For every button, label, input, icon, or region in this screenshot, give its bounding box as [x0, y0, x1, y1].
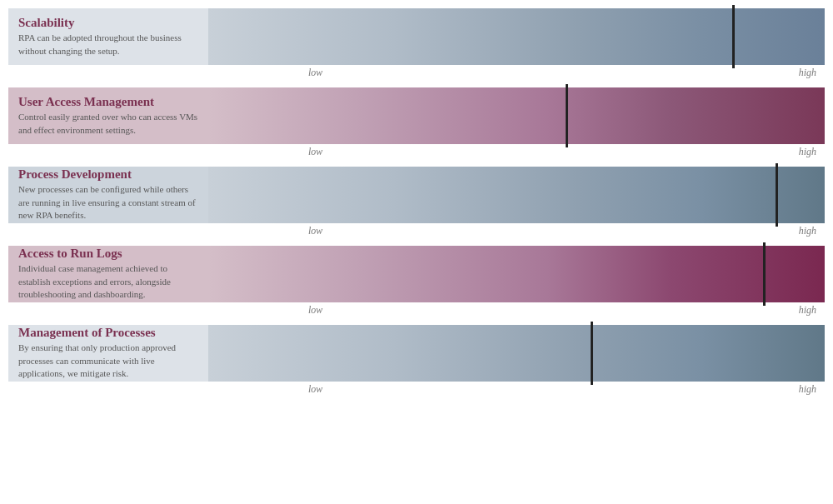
scale-labels-user-access: lowhigh — [8, 144, 825, 163]
bar-wrapper-run-logs: Access to Run LogsIndividual case manage… — [8, 246, 825, 302]
high-label-run-logs: high — [799, 304, 816, 317]
label-section-mgmt-processes: Management of ProcessesBy ensuring that … — [8, 325, 208, 382]
row-block-run-logs: Access to Run LogsIndividual case manage… — [8, 246, 825, 322]
row-block-mgmt-processes: Management of ProcessesBy ensuring that … — [8, 325, 825, 401]
high-label-mgmt-processes: high — [799, 383, 816, 396]
desc-scalability: RPA can be adopted throughout the busine… — [18, 32, 198, 57]
bar-row-process-dev: Process DevelopmentNew processes can be … — [8, 167, 825, 223]
scale-labels-run-logs: lowhigh — [8, 302, 825, 322]
label-section-user-access: User Access ManagementControl easily gra… — [8, 87, 208, 144]
bar-section-run-logs — [208, 246, 825, 302]
title-user-access: User Access Management — [18, 95, 198, 109]
low-label-mgmt-processes: low — [308, 383, 322, 396]
label-section-run-logs: Access to Run LogsIndividual case manage… — [8, 246, 208, 302]
bar-section-scalability — [208, 8, 825, 65]
title-process-dev: Process Development — [18, 167, 198, 182]
marker-user-access — [566, 84, 568, 147]
marker-run-logs — [763, 242, 766, 306]
low-label-user-access: low — [308, 146, 322, 158]
row-block-scalability: ScalabilityRPA can be adopted throughout… — [8, 8, 825, 84]
title-run-logs: Access to Run Logs — [18, 247, 198, 261]
desc-run-logs: Individual case management achieved to e… — [18, 262, 198, 301]
row-block-process-dev: Process DevelopmentNew processes can be … — [8, 167, 825, 242]
bar-wrapper-scalability: ScalabilityRPA can be adopted throughout… — [8, 8, 825, 65]
scale-labels-scalability: lowhigh — [8, 65, 825, 84]
bar-wrapper-mgmt-processes: Management of ProcessesBy ensuring that … — [8, 325, 825, 382]
desc-process-dev: New processes can be configured while ot… — [18, 183, 198, 222]
low-label-run-logs: low — [308, 304, 322, 317]
bar-row-mgmt-processes: Management of ProcessesBy ensuring that … — [8, 325, 825, 382]
bar-wrapper-user-access: User Access ManagementControl easily gra… — [8, 87, 825, 144]
bar-row-user-access: User Access ManagementControl easily gra… — [8, 87, 825, 144]
low-label-process-dev: low — [308, 225, 322, 237]
label-section-process-dev: Process DevelopmentNew processes can be … — [8, 167, 208, 223]
title-mgmt-processes: Management of Processes — [18, 326, 198, 340]
scale-labels-process-dev: lowhigh — [8, 223, 825, 242]
label-section-scalability: ScalabilityRPA can be adopted throughout… — [8, 8, 208, 65]
scale-labels-mgmt-processes: lowhigh — [8, 382, 825, 401]
marker-scalability — [732, 5, 735, 68]
marker-mgmt-processes — [591, 322, 593, 385]
bar-row-scalability: ScalabilityRPA can be adopted throughout… — [8, 8, 825, 65]
row-block-user-access: User Access ManagementControl easily gra… — [8, 87, 825, 163]
high-label-user-access: high — [799, 146, 816, 158]
bar-section-user-access — [208, 87, 825, 144]
high-label-scalability: high — [799, 67, 816, 79]
high-label-process-dev: high — [799, 225, 816, 237]
low-label-scalability: low — [308, 67, 322, 79]
main-container: ScalabilityRPA can be adopted throughout… — [0, 0, 833, 412]
desc-user-access: Control easily granted over who can acce… — [18, 111, 198, 137]
bar-section-process-dev — [208, 167, 825, 223]
desc-mgmt-processes: By ensuring that only production approve… — [18, 342, 198, 380]
marker-process-dev — [776, 163, 778, 227]
title-scalability: Scalability — [18, 16, 198, 30]
bar-wrapper-process-dev: Process DevelopmentNew processes can be … — [8, 167, 825, 223]
bar-row-run-logs: Access to Run LogsIndividual case manage… — [8, 246, 825, 302]
bar-section-mgmt-processes — [208, 325, 825, 382]
